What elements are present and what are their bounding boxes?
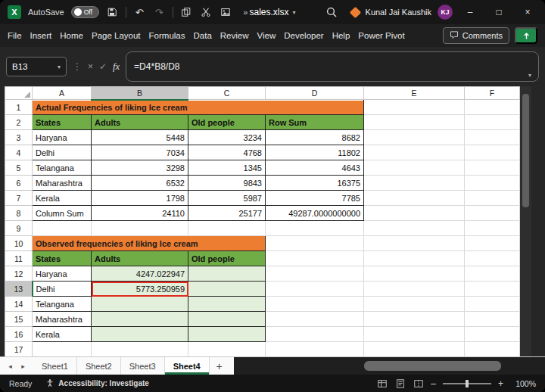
cell-E7[interactable] xyxy=(364,191,465,206)
cell-B4[interactable]: 7034 xyxy=(92,145,188,160)
share-button[interactable] xyxy=(515,27,537,44)
row-header-8[interactable]: 8 xyxy=(5,206,33,221)
row-header-1[interactable]: 1 xyxy=(5,100,33,115)
row-header-13[interactable]: 13 xyxy=(5,282,33,297)
cell-A11[interactable]: States xyxy=(33,251,92,266)
ribbon-tab-developer[interactable]: Developer xyxy=(284,31,323,40)
sheet-tab-sheet3[interactable]: Sheet3 xyxy=(121,357,165,375)
cell-F6[interactable] xyxy=(465,176,520,191)
ribbon-tab-home[interactable]: Home xyxy=(60,31,83,40)
cell-B5[interactable]: 3298 xyxy=(92,160,188,176)
row-header-16[interactable]: 16 xyxy=(5,327,33,342)
page-break-view-icon[interactable] xyxy=(413,378,424,389)
prev-sheet-icon[interactable]: ◂ xyxy=(5,362,16,370)
cell-B13[interactable]: 5773.250959 xyxy=(92,282,188,297)
cell-F10[interactable] xyxy=(465,236,520,251)
redo-icon[interactable]: ↷ xyxy=(153,6,166,19)
maximize-button[interactable]: □ xyxy=(484,0,513,24)
autosave-toggle[interactable]: Off xyxy=(71,6,99,18)
comments-button[interactable]: Comments xyxy=(443,27,509,44)
cell-E1[interactable] xyxy=(364,100,465,115)
ribbon-tab-view[interactable]: View xyxy=(257,31,276,40)
cell-B8[interactable]: 24110 xyxy=(92,206,188,221)
cell-E17[interactable] xyxy=(364,342,465,357)
cell-C7[interactable]: 5987 xyxy=(188,191,266,206)
row-header-12[interactable]: 12 xyxy=(5,266,33,282)
cell-E14[interactable] xyxy=(364,297,465,312)
cell-A2[interactable]: States xyxy=(33,115,92,130)
ribbon-tab-power-pivot[interactable]: Power Pivot xyxy=(358,31,404,40)
sheet-tab-sheet1[interactable]: Sheet1 xyxy=(33,357,77,375)
cell-D4[interactable]: 11802 xyxy=(266,145,364,160)
ribbon-tab-page-layout[interactable]: Page Layout xyxy=(92,31,141,40)
cell-D11[interactable] xyxy=(266,251,364,266)
cell-A8[interactable]: Column Sum xyxy=(33,206,92,221)
column-header-E[interactable]: E xyxy=(364,87,465,100)
ribbon-tab-file[interactable]: File xyxy=(8,31,22,40)
column-header-C[interactable]: C xyxy=(188,87,266,100)
cell-E13[interactable] xyxy=(364,282,465,297)
cell-E6[interactable] xyxy=(364,176,465,191)
cell-B17[interactable] xyxy=(92,342,188,357)
accessibility-status[interactable]: Accessibility: Investigate xyxy=(45,378,149,389)
column-header-D[interactable]: D xyxy=(266,87,364,100)
cell-B7[interactable]: 1798 xyxy=(92,191,188,206)
excel-logo-icon[interactable]: X xyxy=(8,5,21,19)
column-header-F[interactable]: F xyxy=(465,87,520,100)
cell-A5[interactable]: Telangana xyxy=(33,160,92,176)
cell-F8[interactable] xyxy=(465,206,520,221)
cell-F15[interactable] xyxy=(465,312,520,327)
cell-F3[interactable] xyxy=(465,130,520,145)
cell-C4[interactable]: 4768 xyxy=(188,145,266,160)
select-all-corner[interactable] xyxy=(5,87,33,100)
enter-entry-icon[interactable]: ✓ xyxy=(99,61,107,72)
cell-D6[interactable]: 16375 xyxy=(266,176,364,191)
cell-D14[interactable] xyxy=(266,297,364,312)
cell-D10[interactable] xyxy=(266,236,364,251)
cell-C2[interactable]: Old people xyxy=(188,115,266,130)
row-header-10[interactable]: 10 xyxy=(5,236,33,251)
zoom-in-button[interactable]: + xyxy=(498,378,503,389)
row-header-3[interactable]: 3 xyxy=(5,130,33,145)
add-sheet-button[interactable]: + xyxy=(210,357,229,375)
horizontal-scrollbar-thumb[interactable] xyxy=(364,361,501,371)
cell-F11[interactable] xyxy=(465,251,520,266)
cell-A14[interactable]: Telangana xyxy=(33,297,92,312)
cell-E9[interactable] xyxy=(364,221,465,236)
cell-B11[interactable]: Adults xyxy=(92,251,188,266)
cell-E3[interactable] xyxy=(364,130,465,145)
cell-D2[interactable]: Row Sum xyxy=(266,115,364,130)
row-header-7[interactable]: 7 xyxy=(5,191,33,206)
cell-A7[interactable]: Kerala xyxy=(33,191,92,206)
cell-D12[interactable] xyxy=(266,266,364,282)
name-box[interactable]: B13 ▾ xyxy=(6,57,67,76)
ribbon-tab-review[interactable]: Review xyxy=(220,31,249,40)
row-header-5[interactable]: 5 xyxy=(5,160,33,176)
save-icon[interactable] xyxy=(106,6,119,19)
cell-D13[interactable] xyxy=(266,282,364,297)
cell-A3[interactable]: Haryana xyxy=(33,130,92,145)
row-header-4[interactable]: 4 xyxy=(5,145,33,160)
cell-A1[interactable]: Actual Frequencies of liking Ice cream xyxy=(33,100,364,115)
ribbon-tab-data[interactable]: Data xyxy=(194,31,212,40)
cell-C12[interactable] xyxy=(188,266,266,282)
cell-A10[interactable]: Observed frequencies of liking Ice cream xyxy=(33,236,266,251)
cell-B6[interactable]: 6532 xyxy=(92,176,188,191)
cell-B15[interactable] xyxy=(92,312,188,327)
cell-E16[interactable] xyxy=(364,327,465,342)
ribbon-tab-formulas[interactable]: Formulas xyxy=(149,31,185,40)
ribbon-tab-help[interactable]: Help xyxy=(332,31,350,40)
cell-E12[interactable] xyxy=(364,266,465,282)
cell-E4[interactable] xyxy=(364,145,465,160)
cell-F2[interactable] xyxy=(465,115,520,130)
sheet-tab-sheet4[interactable]: Sheet4 xyxy=(165,357,210,375)
cell-F12[interactable] xyxy=(465,266,520,282)
row-header-9[interactable]: 9 xyxy=(5,221,33,236)
cell-D15[interactable] xyxy=(266,312,364,327)
cut-icon[interactable] xyxy=(200,6,213,19)
close-button[interactable]: × xyxy=(513,0,542,24)
cell-E5[interactable] xyxy=(364,160,465,176)
more-options-icon[interactable]: ⋮ xyxy=(73,61,82,72)
cell-A15[interactable]: Maharashtra xyxy=(33,312,92,327)
cell-C3[interactable]: 3234 xyxy=(188,130,266,145)
